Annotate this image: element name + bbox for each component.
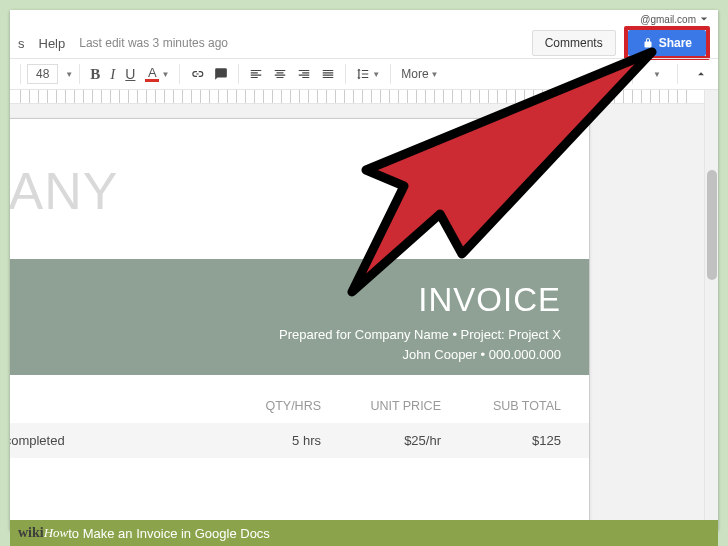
header-qty: QTY/HRS	[201, 399, 321, 413]
more-label: More	[401, 67, 428, 81]
header-unit: UNIT PRICE	[321, 399, 441, 413]
table-row[interactable]: ork that was completed 5 hrs $25/hr $125	[10, 423, 589, 458]
account-email: @gmail.com	[640, 14, 696, 25]
cell-sub: $125	[441, 433, 561, 448]
brand-how: How	[44, 525, 69, 541]
align-right-icon	[297, 67, 311, 81]
collapse-toolbar-button[interactable]	[690, 64, 712, 84]
toolbar-separator	[20, 64, 21, 84]
share-label: Share	[659, 36, 692, 50]
align-justify-icon	[321, 67, 335, 81]
share-highlight-box: Share	[624, 26, 710, 60]
ruler-track	[20, 90, 688, 103]
editing-mode-button[interactable]: ▼	[645, 66, 665, 83]
brand-wiki: wiki	[18, 525, 44, 541]
line-spacing-button[interactable]: ▼	[352, 64, 384, 84]
caret-down-icon: ▼	[65, 70, 73, 79]
company-title-text[interactable]: OMPANY	[10, 161, 119, 221]
invoice-prepared-for: Prepared for Company Name • Project: Pro…	[10, 325, 561, 345]
chevron-up-icon	[694, 67, 708, 81]
menu-bar: s Help Last edit was 3 minutes ago Comme…	[10, 28, 718, 58]
caption-text: to Make an Invoice in Google Docs	[68, 526, 270, 541]
align-center-icon	[273, 67, 287, 81]
last-edit-status[interactable]: Last edit was 3 minutes ago	[79, 36, 228, 50]
align-right-button[interactable]	[293, 64, 315, 84]
toolbar-right-group: ▼	[628, 64, 712, 84]
toolbar-separator	[390, 64, 391, 84]
toolbar-separator	[179, 64, 180, 84]
align-justify-button[interactable]	[317, 64, 339, 84]
comment-icon	[214, 67, 228, 81]
document-canvas[interactable]: OMPANY INVOICE Prepared for Company Name…	[10, 104, 704, 530]
formatting-toolbar: 48 ▼ B I U A ▼	[10, 58, 718, 90]
scroll-thumb[interactable]	[707, 170, 717, 280]
text-color-button[interactable]: A ▼	[141, 63, 173, 85]
caret-down-icon: ▼	[372, 70, 380, 79]
invoice-contact: John Cooper • 000.000.000	[10, 345, 561, 365]
toolbar-separator	[345, 64, 346, 84]
more-button[interactable]: More ▼	[397, 64, 442, 84]
document-page[interactable]: OMPANY INVOICE Prepared for Company Name…	[10, 118, 590, 530]
font-size-control[interactable]: 48 ▼	[27, 64, 73, 84]
insert-link-button[interactable]	[186, 64, 208, 84]
align-left-button[interactable]	[245, 64, 267, 84]
horizontal-ruler[interactable]	[10, 90, 718, 104]
caption-bar: wikiHow to Make an Invoice in Google Doc…	[10, 520, 718, 546]
invoice-table[interactable]: QTY/HRS UNIT PRICE SUB TOTAL ork that wa…	[10, 389, 589, 458]
menu-item-fragment[interactable]: s	[18, 36, 25, 51]
link-icon	[190, 67, 204, 81]
lock-icon	[642, 37, 654, 49]
toolbar-separator	[238, 64, 239, 84]
cell-desc: ork that was completed	[10, 433, 201, 448]
font-size-value[interactable]: 48	[27, 64, 58, 84]
toolbar-separator	[632, 64, 633, 84]
header-desc	[10, 399, 201, 413]
underline-button[interactable]: U	[121, 63, 139, 85]
toolbar-separator	[79, 64, 80, 84]
insert-comment-button[interactable]	[210, 64, 232, 84]
caret-down-icon: ▼	[431, 70, 439, 79]
caret-down-icon: ▼	[653, 70, 661, 79]
vertical-scrollbar[interactable]	[704, 90, 718, 530]
caret-down-icon: ▼	[161, 70, 169, 79]
align-left-icon	[249, 67, 263, 81]
caret-down-icon	[700, 15, 708, 23]
bold-button[interactable]: B	[86, 63, 104, 86]
table-header-row: QTY/HRS UNIT PRICE SUB TOTAL	[10, 389, 589, 423]
cell-unit: $25/hr	[321, 433, 441, 448]
line-spacing-icon	[356, 67, 370, 81]
header-sub: SUB TOTAL	[441, 399, 561, 413]
app-window: @gmail.com s Help Last edit was 3 minute…	[10, 10, 718, 530]
menu-left: s Help Last edit was 3 minutes ago	[18, 36, 228, 51]
align-center-button[interactable]	[269, 64, 291, 84]
cell-qty: 5 hrs	[201, 433, 321, 448]
comments-button[interactable]: Comments	[532, 30, 616, 56]
share-button[interactable]: Share	[628, 30, 706, 56]
menu-right: Comments Share	[532, 26, 710, 60]
menu-item-help[interactable]: Help	[39, 36, 66, 51]
toolbar-separator	[677, 64, 678, 84]
invoice-header-band[interactable]: INVOICE Prepared for Company Name • Proj…	[10, 259, 589, 375]
italic-button[interactable]: I	[106, 63, 119, 86]
invoice-title: INVOICE	[10, 281, 561, 319]
